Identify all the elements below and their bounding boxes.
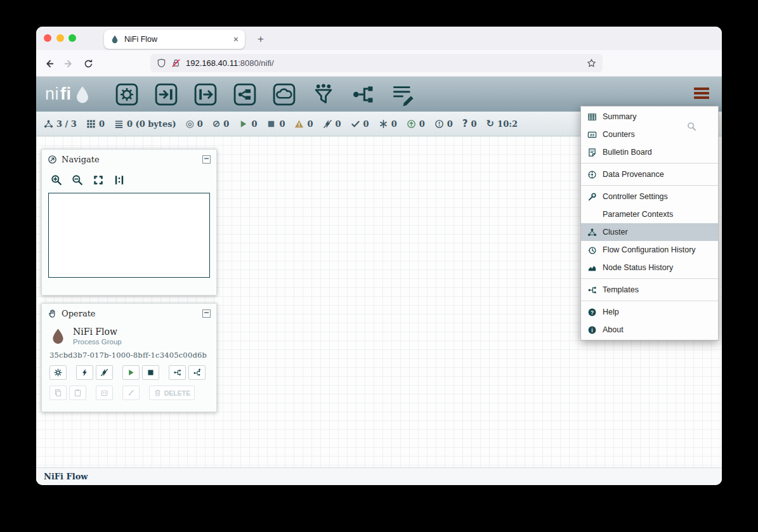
window-close-button[interactable]	[44, 34, 51, 42]
menu-item-help[interactable]: Help	[581, 303, 718, 321]
insecure-lock-icon[interactable]	[171, 58, 181, 68]
configuration-button[interactable]	[49, 365, 67, 380]
bookmark-star-icon[interactable]	[587, 58, 596, 68]
running-count: 0	[251, 119, 257, 129]
bulletin-board-icon	[587, 148, 597, 157]
locally-modified-count: 0	[391, 119, 397, 129]
stop-button[interactable]	[142, 365, 159, 380]
disabled-icon	[323, 119, 332, 129]
transmitting-icon: ◎	[186, 119, 194, 129]
birdseye-preview[interactable]	[48, 193, 210, 278]
toolbar-template[interactable]	[351, 82, 375, 107]
fill-color-brush-icon	[127, 389, 135, 397]
toolbar-process-group[interactable]	[233, 82, 257, 107]
menu-item-summary[interactable]: Summary	[581, 108, 718, 126]
status-sync-failure: ?0	[462, 119, 477, 129]
delete-button[interactable]: DELETE	[149, 386, 195, 400]
menu-item-node-status-history[interactable]: Node Status History	[581, 259, 718, 276]
toolbar-remote-process-group[interactable]	[272, 82, 296, 107]
menu-item-counters[interactable]: Counters	[581, 126, 718, 143]
reload-icon[interactable]	[83, 58, 94, 69]
nifi-logo: nifi	[45, 84, 92, 104]
create-template-button[interactable]	[169, 365, 186, 380]
tab-close-icon[interactable]: ×	[233, 34, 239, 44]
processor-icon	[115, 82, 139, 107]
fill-color-button[interactable]	[122, 386, 140, 400]
breadcrumb[interactable]: NiFi Flow	[44, 472, 88, 481]
zoom-fit-button[interactable]	[90, 172, 107, 188]
delete-button-label: DELETE	[164, 389, 190, 397]
zoom-out-button[interactable]	[69, 172, 86, 188]
navigate-title: Navigate	[62, 155, 198, 164]
group-button[interactable]	[96, 386, 113, 400]
active-threads-count: 0	[99, 119, 105, 129]
operate-component-type: Process Group	[73, 338, 122, 346]
connected-nodes-count: 3 / 3	[56, 119, 77, 129]
menu-item-data-provenance[interactable]: Data Provenance	[581, 165, 718, 183]
operate-title: Operate	[62, 309, 198, 318]
status-locally-modified-and-stale: 0	[435, 119, 453, 129]
toolbar-output-port[interactable]	[193, 82, 218, 107]
template-icon	[351, 82, 375, 107]
copy-button[interactable]	[49, 386, 67, 400]
navigate-collapse-icon[interactable]	[202, 155, 211, 164]
menu-item-cluster[interactable]: Cluster	[581, 223, 718, 241]
menu-item-bulletin-board[interactable]: Bulletin Board	[581, 143, 718, 161]
url-path: :8080/nifi/	[238, 58, 273, 68]
toolbar-label[interactable]	[390, 82, 414, 107]
operate-collapse-icon[interactable]	[202, 309, 211, 318]
transmitting-count: 0	[197, 119, 203, 129]
nifi-global-menu: Summary Counters Bulletin Board Data Pro…	[580, 106, 719, 341]
disabled-count: 0	[336, 119, 341, 129]
toolbar-processor[interactable]	[115, 82, 139, 107]
menu-divider	[581, 185, 718, 186]
help-icon	[587, 308, 597, 317]
window-zoom-button[interactable]	[69, 34, 76, 42]
queued-icon	[114, 119, 124, 129]
menu-item-parameter-contexts[interactable]: Parameter Contexts	[581, 205, 718, 223]
up-to-date-icon	[351, 119, 360, 129]
logo-text-ni: ni	[45, 84, 59, 104]
menu-item-about[interactable]: About	[581, 321, 718, 339]
start-button[interactable]	[122, 365, 140, 380]
input-port-icon	[154, 82, 178, 107]
enable-button[interactable]	[76, 365, 93, 380]
paste-button[interactable]	[69, 386, 86, 400]
forward-icon[interactable]	[63, 58, 74, 69]
menu-item-label: Flow Configuration History	[603, 245, 696, 254]
locally-modified-icon	[379, 119, 388, 129]
browser-window: NiFi Flow × + 192.168.40.11:8080/nifi/	[36, 27, 722, 485]
stopped-icon	[266, 119, 276, 129]
address-bar[interactable]: 192.168.40.11:8080/nifi/	[150, 54, 603, 72]
menu-item-controller-settings[interactable]: Controller Settings	[581, 188, 718, 205]
operate-palette: Operate NiFi Flow Process Group 35cbd3b7…	[41, 303, 217, 412]
funnel-icon	[311, 82, 336, 107]
zoom-fit-icon	[93, 174, 104, 186]
back-icon[interactable]	[44, 58, 55, 69]
disable-button[interactable]	[96, 365, 113, 380]
history-icon	[587, 245, 597, 255]
status-transmitting: ◎0	[186, 119, 203, 129]
tracking-protection-shield-icon[interactable]	[157, 58, 166, 68]
toolbar-funnel[interactable]	[311, 82, 336, 107]
menu-item-flow-configuration-history[interactable]: Flow Configuration History	[581, 241, 718, 259]
toolbar-input-port[interactable]	[154, 82, 178, 107]
status-active-threads: 0	[86, 119, 105, 129]
locally-modified-and-stale-count: 0	[447, 119, 453, 129]
up-to-date-count: 0	[363, 119, 369, 129]
stale-count: 0	[419, 119, 425, 129]
zoom-in-button[interactable]	[48, 172, 65, 188]
refresh-icon[interactable]: ↻	[487, 119, 495, 129]
search-icon[interactable]	[687, 122, 696, 131]
zoom-actual-size-button[interactable]	[111, 172, 127, 188]
running-icon	[239, 119, 248, 129]
menu-divider	[581, 163, 718, 164]
browser-tab[interactable]: NiFi Flow ×	[104, 30, 245, 49]
nifi-global-menu-icon[interactable]	[694, 88, 709, 99]
menu-item-templates[interactable]: Templates	[581, 281, 718, 299]
upload-template-button[interactable]	[188, 365, 206, 380]
template-icon	[587, 285, 597, 295]
new-tab-button[interactable]: +	[253, 32, 268, 47]
window-minimize-button[interactable]	[56, 34, 64, 42]
copy-icon	[54, 389, 62, 397]
